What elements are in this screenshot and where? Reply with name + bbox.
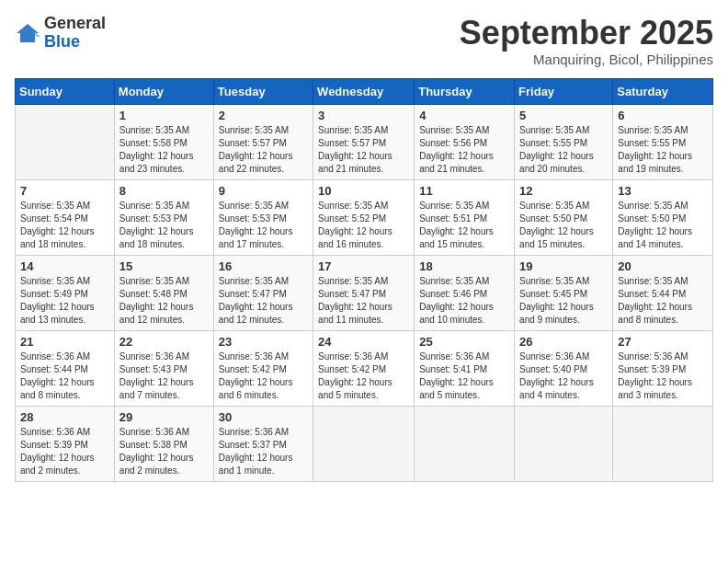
day-detail: Sunrise: 5:35 AM Sunset: 5:46 PM Dayligh… xyxy=(419,275,509,327)
calendar-cell: 18Sunrise: 5:35 AM Sunset: 5:46 PM Dayli… xyxy=(415,255,515,330)
logo-blue: Blue xyxy=(44,33,106,52)
logo-general: General xyxy=(44,15,106,33)
day-number: 9 xyxy=(219,184,308,198)
calendar-cell: 17Sunrise: 5:35 AM Sunset: 5:47 PM Dayli… xyxy=(313,255,415,330)
day-detail: Sunrise: 5:35 AM Sunset: 5:48 PM Dayligh… xyxy=(119,275,209,327)
header-monday: Monday xyxy=(114,78,213,104)
day-detail: Sunrise: 5:35 AM Sunset: 5:51 PM Dayligh… xyxy=(419,200,509,251)
day-number: 23 xyxy=(219,335,308,349)
day-number: 8 xyxy=(119,184,209,198)
calendar-cell: 7Sunrise: 5:35 AM Sunset: 5:54 PM Daylig… xyxy=(16,179,115,255)
page-header: General Blue September 2025 Manquiring, … xyxy=(15,15,713,67)
day-detail: Sunrise: 5:35 AM Sunset: 5:55 PM Dayligh… xyxy=(618,124,708,176)
calendar-cell: 11Sunrise: 5:35 AM Sunset: 5:51 PM Dayli… xyxy=(415,179,515,255)
day-detail: Sunrise: 5:35 AM Sunset: 5:57 PM Dayligh… xyxy=(219,124,308,176)
calendar-cell: 27Sunrise: 5:36 AM Sunset: 5:39 PM Dayli… xyxy=(613,330,713,406)
calendar-cell: 10Sunrise: 5:35 AM Sunset: 5:52 PM Dayli… xyxy=(313,179,415,255)
calendar-cell xyxy=(613,406,713,481)
day-detail: Sunrise: 5:35 AM Sunset: 5:53 PM Dayligh… xyxy=(119,200,209,251)
logo-icon xyxy=(15,20,40,46)
day-detail: Sunrise: 5:35 AM Sunset: 5:49 PM Dayligh… xyxy=(20,275,109,327)
day-detail: Sunrise: 5:35 AM Sunset: 5:56 PM Dayligh… xyxy=(419,124,509,176)
calendar-cell xyxy=(515,406,613,481)
day-detail: Sunrise: 5:35 AM Sunset: 5:52 PM Dayligh… xyxy=(318,200,409,251)
week-row-5: 28Sunrise: 5:36 AM Sunset: 5:39 PM Dayli… xyxy=(16,406,713,481)
day-number: 12 xyxy=(519,184,608,198)
day-detail: Sunrise: 5:35 AM Sunset: 5:50 PM Dayligh… xyxy=(618,200,708,251)
day-number: 24 xyxy=(318,335,409,349)
day-detail: Sunrise: 5:35 AM Sunset: 5:54 PM Dayligh… xyxy=(20,200,109,251)
calendar-cell: 24Sunrise: 5:36 AM Sunset: 5:42 PM Dayli… xyxy=(313,330,415,406)
week-row-4: 21Sunrise: 5:36 AM Sunset: 5:44 PM Dayli… xyxy=(16,330,713,406)
day-number: 2 xyxy=(219,109,308,122)
calendar-cell: 16Sunrise: 5:35 AM Sunset: 5:47 PM Dayli… xyxy=(213,255,313,330)
month-title: September 2025 xyxy=(460,15,713,52)
day-number: 1 xyxy=(119,109,209,122)
day-detail: Sunrise: 5:35 AM Sunset: 5:58 PM Dayligh… xyxy=(119,124,209,176)
day-number: 15 xyxy=(119,259,209,273)
header-thursday: Thursday xyxy=(415,78,515,104)
day-detail: Sunrise: 5:35 AM Sunset: 5:55 PM Dayligh… xyxy=(519,124,608,176)
day-number: 7 xyxy=(20,184,109,198)
calendar-cell: 25Sunrise: 5:36 AM Sunset: 5:41 PM Dayli… xyxy=(415,330,515,406)
header-saturday: Saturday xyxy=(613,78,713,104)
day-number: 3 xyxy=(318,109,409,122)
day-number: 11 xyxy=(419,184,509,198)
day-number: 5 xyxy=(519,109,608,122)
day-detail: Sunrise: 5:36 AM Sunset: 5:39 PM Dayligh… xyxy=(20,426,109,477)
calendar-cell: 12Sunrise: 5:35 AM Sunset: 5:50 PM Dayli… xyxy=(515,179,613,255)
day-detail: Sunrise: 5:36 AM Sunset: 5:42 PM Dayligh… xyxy=(318,350,409,402)
day-number: 6 xyxy=(618,109,708,122)
calendar-cell: 13Sunrise: 5:35 AM Sunset: 5:50 PM Dayli… xyxy=(613,179,713,255)
day-detail: Sunrise: 5:36 AM Sunset: 5:39 PM Dayligh… xyxy=(618,350,708,402)
calendar-cell: 28Sunrise: 5:36 AM Sunset: 5:39 PM Dayli… xyxy=(16,406,115,481)
day-number: 20 xyxy=(618,259,708,273)
calendar-cell: 15Sunrise: 5:35 AM Sunset: 5:48 PM Dayli… xyxy=(114,255,213,330)
day-number: 10 xyxy=(318,184,409,198)
logo: General Blue xyxy=(15,15,106,52)
calendar-cell: 21Sunrise: 5:36 AM Sunset: 5:44 PM Dayli… xyxy=(16,330,115,406)
calendar-cell: 3Sunrise: 5:35 AM Sunset: 5:57 PM Daylig… xyxy=(313,104,415,179)
week-row-2: 7Sunrise: 5:35 AM Sunset: 5:54 PM Daylig… xyxy=(16,179,713,255)
title-block: September 2025 Manquiring, Bicol, Philip… xyxy=(460,15,713,67)
calendar-cell: 2Sunrise: 5:35 AM Sunset: 5:57 PM Daylig… xyxy=(213,104,313,179)
day-detail: Sunrise: 5:36 AM Sunset: 5:40 PM Dayligh… xyxy=(519,350,608,402)
day-detail: Sunrise: 5:35 AM Sunset: 5:44 PM Dayligh… xyxy=(618,275,708,327)
calendar-cell: 30Sunrise: 5:36 AM Sunset: 5:37 PM Dayli… xyxy=(213,406,313,481)
header-friday: Friday xyxy=(515,78,613,104)
calendar-cell: 26Sunrise: 5:36 AM Sunset: 5:40 PM Dayli… xyxy=(515,330,613,406)
logo-text: General Blue xyxy=(44,15,106,52)
day-detail: Sunrise: 5:36 AM Sunset: 5:42 PM Dayligh… xyxy=(219,350,308,402)
day-detail: Sunrise: 5:35 AM Sunset: 5:47 PM Dayligh… xyxy=(219,275,308,327)
calendar-cell: 29Sunrise: 5:36 AM Sunset: 5:38 PM Dayli… xyxy=(114,406,213,481)
day-number: 19 xyxy=(519,259,608,273)
day-number: 16 xyxy=(219,259,308,273)
calendar-cell: 4Sunrise: 5:35 AM Sunset: 5:56 PM Daylig… xyxy=(415,104,515,179)
day-detail: Sunrise: 5:36 AM Sunset: 5:43 PM Dayligh… xyxy=(119,350,209,402)
header-sunday: Sunday xyxy=(16,78,115,104)
day-detail: Sunrise: 5:36 AM Sunset: 5:37 PM Dayligh… xyxy=(219,426,308,477)
day-detail: Sunrise: 5:36 AM Sunset: 5:38 PM Dayligh… xyxy=(119,426,209,477)
location-subtitle: Manquiring, Bicol, Philippines xyxy=(460,52,713,67)
calendar-cell xyxy=(415,406,515,481)
calendar-cell: 6Sunrise: 5:35 AM Sunset: 5:55 PM Daylig… xyxy=(613,104,713,179)
day-detail: Sunrise: 5:35 AM Sunset: 5:50 PM Dayligh… xyxy=(519,200,608,251)
calendar-cell: 1Sunrise: 5:35 AM Sunset: 5:58 PM Daylig… xyxy=(114,104,213,179)
calendar-cell: 19Sunrise: 5:35 AM Sunset: 5:45 PM Dayli… xyxy=(515,255,613,330)
day-detail: Sunrise: 5:35 AM Sunset: 5:57 PM Dayligh… xyxy=(318,124,409,176)
calendar-cell: 20Sunrise: 5:35 AM Sunset: 5:44 PM Dayli… xyxy=(613,255,713,330)
calendar-table: SundayMondayTuesdayWednesdayThursdayFrid… xyxy=(15,78,713,482)
day-number: 21 xyxy=(20,335,109,349)
day-detail: Sunrise: 5:35 AM Sunset: 5:53 PM Dayligh… xyxy=(219,200,308,251)
day-number: 28 xyxy=(20,410,109,424)
day-number: 17 xyxy=(318,259,409,273)
header-row: SundayMondayTuesdayWednesdayThursdayFrid… xyxy=(16,78,713,104)
calendar-cell: 14Sunrise: 5:35 AM Sunset: 5:49 PM Dayli… xyxy=(16,255,115,330)
calendar-cell: 23Sunrise: 5:36 AM Sunset: 5:42 PM Dayli… xyxy=(213,330,313,406)
day-detail: Sunrise: 5:35 AM Sunset: 5:47 PM Dayligh… xyxy=(318,275,409,327)
header-tuesday: Tuesday xyxy=(213,78,313,104)
week-row-3: 14Sunrise: 5:35 AM Sunset: 5:49 PM Dayli… xyxy=(16,255,713,330)
day-number: 13 xyxy=(618,184,708,198)
day-detail: Sunrise: 5:35 AM Sunset: 5:45 PM Dayligh… xyxy=(519,275,608,327)
day-number: 26 xyxy=(519,335,608,349)
